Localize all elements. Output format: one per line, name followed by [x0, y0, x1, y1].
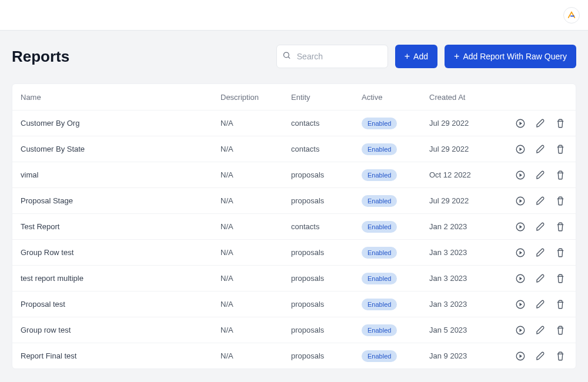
cell-active: Enabled [362, 247, 429, 259]
pencil-icon [535, 351, 546, 361]
cell-description: N/A [220, 196, 291, 205]
edit-button[interactable] [534, 143, 546, 155]
row-actions [512, 118, 567, 129]
cell-created-at: Jan 3 2023 [429, 274, 512, 283]
edit-button[interactable] [534, 247, 546, 259]
table-row: Test ReportN/AcontactsEnabledJan 2 2023 [12, 213, 576, 239]
pencil-icon [535, 247, 546, 258]
edit-button[interactable] [534, 324, 546, 336]
cell-active: Enabled [362, 324, 429, 336]
cell-active: Enabled [362, 143, 429, 155]
cell-created-at: Jan 2 2023 [429, 222, 512, 231]
status-badge: Enabled [362, 247, 397, 259]
page-title: Reports [12, 48, 269, 66]
cell-created-at: Jul 29 2022 [429, 119, 512, 128]
cell-entity: proposals [291, 196, 362, 205]
run-button[interactable] [514, 221, 526, 233]
run-button[interactable] [514, 299, 526, 310]
cell-description: N/A [220, 274, 291, 283]
delete-button[interactable] [554, 324, 566, 336]
run-button[interactable] [514, 169, 526, 181]
pencil-icon [535, 144, 546, 155]
play-circle-icon [515, 170, 526, 180]
cell-created-at: Jan 3 2023 [429, 300, 512, 309]
status-badge: Enabled [362, 350, 397, 362]
edit-button[interactable] [534, 169, 546, 181]
add-report-raw-query-button[interactable]: + Add Report With Raw Query [445, 45, 576, 68]
search-input[interactable] [276, 45, 388, 68]
delete-button[interactable] [554, 350, 566, 362]
table-row: test report multipleN/AproposalsEnabledJ… [12, 265, 576, 291]
cell-created-at: Jul 29 2022 [429, 196, 512, 205]
cell-entity: proposals [291, 274, 362, 283]
col-name: Name [21, 93, 220, 102]
run-button[interactable] [514, 247, 526, 259]
run-button[interactable] [514, 143, 526, 155]
pencil-icon [535, 118, 546, 129]
cell-created-at: Jan 3 2023 [429, 248, 512, 257]
table-row: Customer By OrgN/AcontactsEnabledJul 29 … [12, 110, 576, 136]
cell-name: Proposal Stage [21, 196, 220, 205]
cell-entity: proposals [291, 170, 362, 179]
col-entity: Entity [291, 93, 362, 102]
page-body: Reports + Add + Add Report With Raw Quer… [0, 31, 588, 369]
table-row: Report Final testN/AproposalsEnabledJan … [12, 343, 576, 368]
run-button[interactable] [514, 273, 526, 284]
cell-entity: proposals [291, 351, 362, 360]
cell-entity: proposals [291, 326, 362, 334]
cell-description: N/A [220, 300, 291, 309]
cell-active: Enabled [362, 169, 429, 181]
table-row: Proposal StageN/AproposalsEnabledJul 29 … [12, 187, 576, 213]
cell-description: N/A [220, 248, 291, 257]
delete-button[interactable] [554, 195, 566, 207]
play-circle-icon [515, 247, 526, 258]
delete-button[interactable] [554, 273, 566, 284]
cell-name: Customer By Org [21, 119, 220, 128]
search-icon [282, 51, 291, 62]
run-button[interactable] [514, 350, 526, 362]
avatar[interactable] [563, 7, 580, 24]
plus-icon: + [405, 52, 410, 61]
status-badge: Enabled [362, 273, 397, 284]
add-button[interactable]: + Add [395, 45, 437, 68]
row-actions [512, 299, 567, 310]
cell-created-at: Jan 5 2023 [429, 326, 512, 334]
cell-name: Test Report [21, 222, 220, 231]
delete-button[interactable] [554, 247, 566, 259]
edit-button[interactable] [534, 195, 546, 207]
pencil-icon [535, 196, 546, 206]
cell-created-at: Oct 12 2022 [429, 170, 512, 179]
run-button[interactable] [514, 195, 526, 207]
edit-button[interactable] [534, 299, 546, 310]
topbar [0, 0, 588, 31]
edit-button[interactable] [534, 350, 546, 362]
play-circle-icon [515, 325, 526, 336]
trash-icon [555, 273, 566, 284]
svg-line-1 [288, 57, 290, 59]
edit-button[interactable] [534, 221, 546, 233]
plus-icon: + [454, 52, 459, 61]
row-actions [512, 221, 567, 233]
row-actions [512, 324, 567, 336]
status-badge: Enabled [362, 324, 397, 336]
table-row: Group Row testN/AproposalsEnabledJan 3 2… [12, 239, 576, 265]
delete-button[interactable] [554, 221, 566, 233]
cell-active: Enabled [362, 221, 429, 233]
trash-icon [555, 247, 566, 258]
cell-entity: contacts [291, 222, 362, 231]
trash-icon [555, 170, 566, 180]
cell-active: Enabled [362, 118, 429, 129]
col-created-at: Created At [429, 93, 512, 102]
delete-button[interactable] [554, 118, 566, 129]
edit-button[interactable] [534, 118, 546, 129]
run-button[interactable] [514, 324, 526, 336]
run-button[interactable] [514, 118, 526, 129]
trash-icon [555, 299, 566, 310]
delete-button[interactable] [554, 169, 566, 181]
delete-button[interactable] [554, 143, 566, 155]
cell-description: N/A [220, 222, 291, 231]
delete-button[interactable] [554, 299, 566, 310]
add-button-label: Add [413, 52, 428, 61]
edit-button[interactable] [534, 273, 546, 284]
row-actions [512, 247, 567, 259]
